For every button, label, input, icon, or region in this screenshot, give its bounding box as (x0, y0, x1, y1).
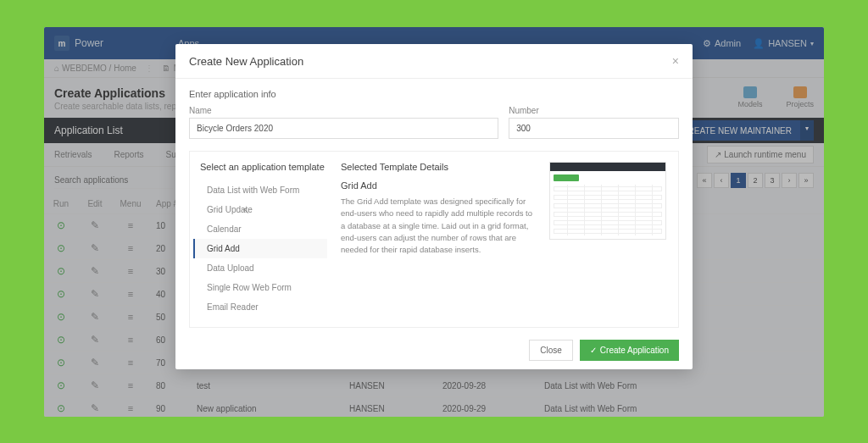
close-icon[interactable]: × (672, 54, 679, 68)
template-calendar[interactable]: Calendar (200, 219, 327, 239)
modal-title: Create New Application (189, 55, 303, 68)
check-icon: ✓ (590, 346, 597, 355)
create-application-label: Create Application (600, 346, 669, 355)
template-preview (549, 162, 666, 240)
template-detail-description: The Grid Add template was designed speci… (341, 196, 536, 256)
template-data-upload[interactable]: Data Upload (200, 258, 327, 278)
template-grid-update[interactable]: Grid Update ↖ (200, 200, 327, 219)
cursor-icon: ↖ (242, 206, 249, 215)
number-input[interactable] (509, 118, 679, 139)
select-template-heading: Select an application template (200, 162, 327, 172)
template-single-row[interactable]: Single Row Web Form (200, 278, 327, 297)
template-data-list[interactable]: Data List with Web Form (200, 180, 327, 200)
enter-info-label: Enter application info (189, 89, 679, 99)
name-label: Name (189, 106, 498, 115)
selected-details-heading: Selected Template Details (341, 162, 536, 172)
create-application-button[interactable]: ✓ Create Application (580, 340, 679, 361)
name-input[interactable] (189, 118, 498, 139)
create-application-modal: Create New Application × Enter applicati… (175, 44, 693, 369)
template-detail-name: Grid Add (341, 180, 536, 191)
template-grid-add[interactable]: Grid Add (193, 239, 327, 258)
number-label: Number (509, 106, 679, 115)
close-button[interactable]: Close (529, 340, 573, 361)
template-email-reader[interactable]: Email Reader (200, 297, 327, 317)
